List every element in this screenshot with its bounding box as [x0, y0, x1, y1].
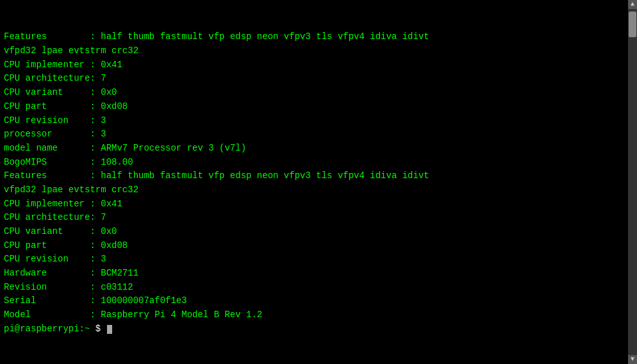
terminal-line: model name : ARMv7 Processor rev 3 (v7l): [4, 142, 624, 156]
terminal-line: CPU part : 0xd08: [4, 239, 624, 253]
terminal-prompt-line: pi@raspberrypi:~ $: [4, 322, 624, 336]
terminal-line: vfpd32 lpae evtstrm crc32: [4, 44, 624, 58]
scrollbar-up-button[interactable]: ▲: [628, 0, 637, 9]
terminal-line: vfpd32 lpae evtstrm crc32: [4, 183, 624, 197]
terminal-line: CPU implementer : 0x41: [4, 58, 624, 72]
terminal-output[interactable]: Features : half thumb fastmult vfp edsp …: [0, 0, 628, 364]
scrollbar-track[interactable]: [628, 9, 637, 355]
terminal-prompt-user: pi@raspberrypi:~: [4, 324, 90, 334]
terminal-line: Features : half thumb fastmult vfp edsp …: [4, 30, 624, 44]
terminal-prompt-symbol: $: [90, 324, 106, 334]
terminal-line: Serial : 100000007af0f1e3: [4, 294, 624, 308]
terminal-line: CPU implementer : 0x41: [4, 197, 624, 211]
terminal-line: BogoMIPS : 108.00: [4, 156, 624, 170]
terminal-line: CPU architecture: 7: [4, 72, 624, 86]
terminal-line: CPU variant : 0x0: [4, 225, 624, 239]
scrollbar-down-button[interactable]: ▼: [628, 355, 637, 364]
terminal-line: CPU architecture: 7: [4, 211, 624, 225]
terminal-window: Features : half thumb fastmult vfp edsp …: [0, 0, 637, 364]
terminal-line: CPU variant : 0x0: [4, 86, 624, 100]
terminal-line: Model : Raspberry Pi 4 Model B Rev 1.2: [4, 308, 624, 322]
terminal-line: CPU part : 0xd08: [4, 100, 624, 114]
terminal-line: Features : half thumb fastmult vfp edsp …: [4, 169, 624, 183]
scrollbar-thumb[interactable]: [629, 12, 636, 37]
terminal-cursor: [107, 325, 112, 334]
terminal-line: processor : 3: [4, 128, 624, 142]
scrollbar[interactable]: ▲ ▼: [628, 0, 637, 364]
terminal-line: Revision : c03112: [4, 281, 624, 295]
terminal-line: CPU revision : 3: [4, 252, 624, 267]
terminal-line: Hardware : BCM2711: [4, 267, 624, 281]
terminal-line: CPU revision : 3: [4, 114, 624, 128]
